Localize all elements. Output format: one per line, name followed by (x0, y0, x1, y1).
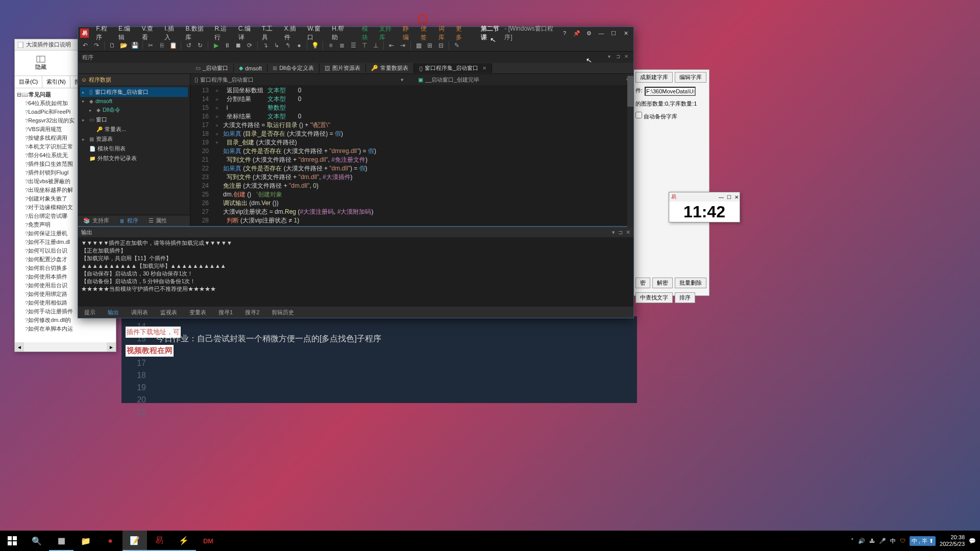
indent-left-icon[interactable]: ⇤ (386, 40, 397, 51)
fold-column[interactable]: »»»»»»+ (213, 85, 221, 226)
menu-extra[interactable]: 支持库 (376, 24, 400, 42)
menu-item[interactable]: C.编译 (235, 24, 259, 42)
sublime-icon[interactable]: 📝 (122, 531, 147, 551)
clock-titlebar[interactable]: 易 — ☐ ✕ (669, 192, 740, 202)
stop-icon[interactable]: ⏹ (233, 40, 243, 51)
breadcrumb-function[interactable]: ▣__启动窗口_创建完毕 (418, 76, 479, 84)
output-tab[interactable]: 变量表 (183, 309, 212, 316)
output-tab[interactable]: 输出 (102, 309, 125, 316)
output-tab[interactable]: 监视表 (154, 309, 183, 316)
redo-icon[interactable]: ↻ (195, 40, 205, 51)
step-over-icon[interactable]: ↴ (260, 40, 271, 51)
path-input[interactable] (645, 87, 696, 96)
encrypt-button[interactable]: 密 (635, 278, 650, 288)
layout-1-icon[interactable]: ▦ (413, 40, 424, 51)
breakpoint-icon[interactable]: ● (294, 40, 304, 51)
tray-clock[interactable]: 20:38 2022/5/23 (940, 534, 965, 547)
file-tab[interactable]: ⊞Dll命令定义表 (267, 63, 320, 73)
settings-icon[interactable]: ⚙ (583, 28, 595, 38)
tab-close-icon[interactable]: ✕ (482, 65, 486, 71)
output-tab[interactable]: 调用表 (125, 309, 154, 316)
tree-node[interactable]: ▸◆Dll命令 (80, 105, 188, 115)
scroll-thumb[interactable] (627, 76, 633, 107)
output-tab[interactable]: 提示 (78, 309, 102, 316)
dock-close-icon[interactable]: ✕ (624, 54, 631, 61)
clock-maximize[interactable]: ☐ (727, 194, 731, 200)
tray-expand-icon[interactable]: ˄ (851, 538, 854, 544)
file-tab[interactable]: ◆dmsoft (234, 64, 267, 72)
close-button[interactable]: ✕ (620, 28, 631, 38)
output-pin-icon[interactable]: ⊐ (618, 229, 623, 236)
output-dropdown-icon[interactable]: ▾ (612, 229, 615, 236)
tree-item[interactable]: ? 如何在单脚本内运 (24, 324, 115, 333)
help-hide-button[interactable]: 隐藏 (35, 55, 46, 71)
tree-node[interactable]: ▸{}窗口程序集_启动窗口 (80, 87, 188, 97)
task-app-1[interactable]: ▦ (49, 531, 74, 551)
tree-node[interactable]: 📁外部文件记录表 (80, 154, 188, 163)
find-text-button[interactable]: 中查找文字 (635, 292, 673, 303)
forward-icon[interactable]: ↷ (91, 40, 102, 51)
dock-program-label[interactable]: 程序 (78, 54, 97, 61)
file-tab[interactable]: 🖼图片资源表 (320, 63, 366, 73)
indent-right-icon[interactable]: ⇥ (398, 40, 408, 51)
network-icon[interactable]: 🖧 (869, 538, 875, 544)
file-tab[interactable]: 🔑常量数据表 (366, 63, 414, 73)
side-tab-properties[interactable]: ☰属性 (143, 217, 172, 224)
step-out-icon[interactable]: ↰ (283, 40, 293, 51)
tree-node[interactable]: ▸◆dmsoft (80, 97, 188, 105)
help-icon[interactable]: ? (559, 28, 570, 38)
output-close-icon[interactable]: ✕ (626, 229, 630, 236)
scroll-right[interactable]: ► (107, 342, 116, 352)
code-content[interactable]: 返回坐标数组文本型0 分割结果文本型0 i整数型 坐标结果文本型0大漠文件路径 … (221, 85, 633, 226)
ide-titlebar[interactable]: 易 F.程序E.编辑V.查看I.插入B.数据库R.运行C.编译T.工具X.插件W… (78, 27, 633, 39)
start-button[interactable] (0, 531, 24, 551)
layout-2-icon[interactable]: ⊞ (425, 40, 435, 51)
restart-icon[interactable]: ⟳ (244, 40, 255, 51)
dock-pin-icon[interactable]: ⊐ (616, 54, 623, 61)
breadcrumb-dropdown-1[interactable]: ▾ (401, 77, 404, 83)
menu-item[interactable]: E.编辑 (115, 24, 139, 42)
program-tree[interactable]: ▸{}窗口程序集_启动窗口▸◆dmsoft▸◆Dll命令▸▭窗口🔑常量表...▸… (78, 85, 190, 215)
output-content[interactable]: ▼▼▼▼▼插件正在加载中，请等待插件加载完成▼▼▼▼▼【正在加载插件】【加载完毕… (78, 237, 633, 307)
align-left-icon[interactable]: ≡ (326, 40, 336, 51)
scroll-left[interactable]: ◄ (15, 342, 24, 352)
output-tab[interactable]: 搜寻2 (239, 309, 265, 316)
video-tutorial-link[interactable]: 视频教程在网 (126, 345, 174, 357)
menu-extra[interactable]: 更多 (453, 24, 471, 42)
batch-delete-button[interactable]: 批量删除 (675, 278, 706, 288)
menu-item[interactable]: F.程序 (93, 24, 115, 42)
side-tab-support[interactable]: 📚支持库 (78, 217, 114, 224)
task-app-5[interactable]: ⚡ (172, 531, 196, 551)
align-top-icon[interactable]: ⊤ (359, 40, 370, 51)
align-center-icon[interactable]: ≣ (337, 40, 347, 51)
cut-icon[interactable]: ✂ (145, 40, 156, 51)
record-icon[interactable]: ● (98, 531, 122, 551)
undo-icon[interactable]: ↺ (184, 40, 194, 51)
plugin-download-link[interactable]: 插件下载地址，可 (126, 327, 181, 338)
file-tab[interactable]: {}窗口程序集_启动窗口✕ (414, 63, 492, 73)
ime-icon[interactable]: 中 (890, 537, 896, 545)
output-tab[interactable]: 搜寻1 (212, 309, 239, 316)
clock-close[interactable]: ✕ (734, 194, 739, 200)
menu-item[interactable]: R.运行 (211, 24, 235, 42)
output-tab[interactable]: 剪辑历史 (265, 309, 300, 316)
auto-backup-checkbox[interactable]: 自动备份字库 (635, 112, 677, 120)
sort-button[interactable]: 排序 (675, 292, 695, 303)
new-file-icon[interactable]: 🗋 (107, 40, 117, 51)
open-file-icon[interactable]: 📂 (118, 40, 129, 51)
new-font-button[interactable]: 成新建字库 (635, 72, 673, 83)
edit-font-button[interactable]: 编辑字库 (675, 72, 706, 83)
side-tab-program[interactable]: 🗎程序 (114, 217, 143, 224)
menu-extra[interactable]: 便签 (418, 24, 435, 42)
menu-extra[interactable]: 模块 (359, 24, 377, 42)
menu-item[interactable]: X.插件 (281, 24, 305, 42)
step-into-icon[interactable]: ↳ (272, 40, 282, 51)
tree-node[interactable]: ▸▦资源表 (80, 134, 188, 144)
back-icon[interactable]: ↶ (80, 40, 90, 51)
maximize-button[interactable]: ☐ (608, 28, 619, 38)
notification-icon[interactable]: 💬 (969, 538, 976, 544)
paste-icon[interactable]: 📋 (168, 40, 178, 51)
dm-app[interactable]: DM (196, 531, 220, 551)
code-editor[interactable]: 1314151617181920212223242526272829303132… (190, 85, 633, 226)
file-tab[interactable]: ▭_启动窗口 (190, 63, 234, 73)
